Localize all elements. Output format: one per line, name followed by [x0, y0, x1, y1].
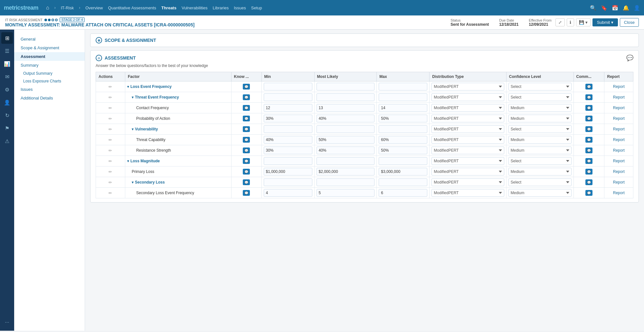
knowledge-icon[interactable]: 💬	[243, 94, 250, 100]
sidebar-icon-flag[interactable]: ⚑	[1, 122, 13, 134]
sidebar-icon-chart[interactable]: 📊	[1, 58, 13, 70]
report-link[interactable]: Report	[613, 138, 625, 142]
calendar-icon[interactable]: 📅	[612, 5, 618, 11]
sidebar-icon-message[interactable]: ✉	[1, 71, 13, 82]
nav-overview[interactable]: Overview	[85, 5, 103, 10]
knowledge-icon[interactable]: 💬	[243, 179, 250, 185]
comment-icon[interactable]: 💬	[585, 147, 592, 153]
min-input[interactable]	[264, 147, 312, 154]
scope-section-header[interactable]: ⊕ SCOPE & ASSIGNMENT	[90, 33, 639, 47]
report-link[interactable]: Report	[613, 169, 625, 174]
confidence-level-select[interactable]: SelectLowMediumHigh	[508, 104, 572, 112]
distribution-type-select[interactable]: ModifiedPERTNormalUniformPERTBetaPERT	[431, 93, 504, 101]
max-input[interactable]	[379, 157, 427, 165]
edit-icon[interactable]: ✏	[109, 106, 112, 110]
sidebar-icon-more[interactable]: ···	[1, 317, 13, 328]
sidebar-icon-home[interactable]: ⊞	[1, 32, 13, 44]
report-link[interactable]: Report	[613, 106, 625, 110]
nav-additional-details[interactable]: Additional Details	[14, 94, 85, 102]
knowledge-icon[interactable]: 💬	[243, 105, 250, 111]
submit-button[interactable]: Submit ▾	[592, 18, 618, 26]
most-likely-input[interactable]	[317, 83, 375, 90]
distribution-type-select[interactable]: ModifiedPERTNormalUniformPERTBetaPERT	[431, 189, 504, 197]
most-likely-input[interactable]	[317, 125, 375, 133]
min-input[interactable]	[264, 115, 312, 122]
max-input[interactable]	[379, 147, 427, 154]
max-input[interactable]	[379, 115, 427, 122]
max-input[interactable]	[379, 93, 427, 101]
nav-quantitative[interactable]: Quantitative Assessments	[108, 5, 156, 10]
sidebar-icon-refresh[interactable]: ↻	[1, 109, 13, 121]
sidebar-icon-warning[interactable]: ⚠	[1, 135, 13, 147]
assessment-collapse-icon[interactable]: ⊖	[96, 55, 102, 61]
distribution-type-select[interactable]: ModifiedPERTNormalUniformPERTBetaPERT	[431, 115, 504, 122]
min-input[interactable]	[264, 125, 312, 133]
most-likely-input[interactable]	[317, 168, 375, 175]
max-input[interactable]	[379, 125, 427, 133]
distribution-type-select[interactable]: ModifiedPERTNormalUniformPERTBetaPERT	[431, 83, 504, 90]
confidence-level-select[interactable]: SelectLowMediumHigh	[508, 178, 572, 186]
comment-icon[interactable]: 💬	[585, 179, 592, 185]
bookmark-icon[interactable]: 🔖	[601, 5, 607, 11]
home-icon[interactable]: ⌂	[46, 5, 49, 11]
edit-icon[interactable]: ✏	[109, 169, 112, 174]
most-likely-input[interactable]	[317, 178, 375, 186]
nav-loss-exposure-charts[interactable]: Loss Exposure Charts	[14, 77, 85, 85]
min-input[interactable]	[264, 83, 312, 90]
min-input[interactable]	[264, 178, 312, 186]
knowledge-icon[interactable]: 💬	[243, 147, 250, 153]
confidence-level-select[interactable]: SelectLowMediumHigh	[508, 136, 572, 144]
sidebar-icon-list[interactable]: ☰	[1, 45, 13, 57]
nav-libraries[interactable]: Libraries	[213, 5, 229, 10]
edit-icon[interactable]: ✏	[109, 95, 112, 100]
nav-setup[interactable]: Setup	[251, 5, 262, 10]
distribution-type-select[interactable]: ModifiedPERTNormalUniformPERTBetaPERT	[431, 125, 504, 133]
confidence-level-select[interactable]: SelectLowMediumHigh	[508, 189, 572, 197]
nav-threats[interactable]: Threats	[161, 5, 176, 10]
close-button[interactable]: Close	[620, 18, 639, 27]
comment-icon[interactable]: 💬	[585, 158, 592, 164]
comment-icon[interactable]: 💬	[585, 94, 592, 100]
report-link[interactable]: Report	[613, 191, 625, 195]
sidebar-icon-gear[interactable]: ⚙	[1, 84, 13, 95]
edit-icon[interactable]: ✏	[109, 159, 112, 164]
nav-scope-assignment[interactable]: Scope & Assignment	[14, 43, 85, 52]
edit-icon[interactable]: ✏	[109, 148, 112, 153]
most-likely-input[interactable]	[317, 104, 375, 112]
knowledge-icon[interactable]: 💬	[243, 126, 250, 132]
distribution-type-select[interactable]: ModifiedPERTNormalUniformPERTBetaPERT	[431, 168, 504, 175]
confidence-level-select[interactable]: SelectLowMediumHigh	[508, 157, 572, 165]
distribution-type-select[interactable]: ModifiedPERTNormalUniformPERTBetaPERT	[431, 157, 504, 165]
distribution-type-select[interactable]: ModifiedPERTNormalUniformPERTBetaPERT	[431, 136, 504, 144]
edit-icon[interactable]: ✏	[109, 138, 112, 142]
info-icon-button[interactable]: ℹ	[567, 18, 574, 26]
comment-icon[interactable]: 💬	[585, 137, 592, 143]
confidence-level-select[interactable]: SelectLowMediumHigh	[508, 125, 572, 133]
knowledge-icon[interactable]: 💬	[243, 190, 250, 196]
comment-icon[interactable]: 💬	[585, 105, 592, 111]
report-link[interactable]: Report	[613, 127, 625, 131]
max-input[interactable]	[379, 104, 427, 112]
nav-vulnerabilities[interactable]: Vulnerabilities	[182, 5, 207, 10]
report-link[interactable]: Report	[613, 116, 625, 121]
max-input[interactable]	[379, 168, 427, 175]
user-icon[interactable]: 👤	[634, 5, 640, 11]
most-likely-input[interactable]	[317, 136, 375, 144]
most-likely-input[interactable]	[317, 157, 375, 165]
knowledge-icon[interactable]: 💬	[243, 137, 250, 143]
search-icon[interactable]: 🔍	[590, 5, 596, 11]
comment-float-icon[interactable]: 💬	[626, 54, 633, 62]
nav-issues[interactable]: Issues	[234, 5, 246, 10]
nav-issues[interactable]: Issues	[14, 85, 85, 94]
confidence-level-select[interactable]: SelectLowMediumHigh	[508, 168, 572, 175]
most-likely-input[interactable]	[317, 189, 375, 197]
max-input[interactable]	[379, 136, 427, 144]
nav-summary[interactable]: Summary	[14, 61, 85, 70]
most-likely-input[interactable]	[317, 115, 375, 122]
report-link[interactable]: Report	[613, 159, 625, 163]
comment-icon[interactable]: 💬	[585, 116, 592, 121]
knowledge-icon[interactable]: 💬	[243, 116, 250, 121]
confidence-level-select[interactable]: SelectLowMediumHigh	[508, 83, 572, 90]
knowledge-icon[interactable]: 💬	[243, 84, 250, 90]
edit-icon[interactable]: ✏	[109, 84, 112, 89]
